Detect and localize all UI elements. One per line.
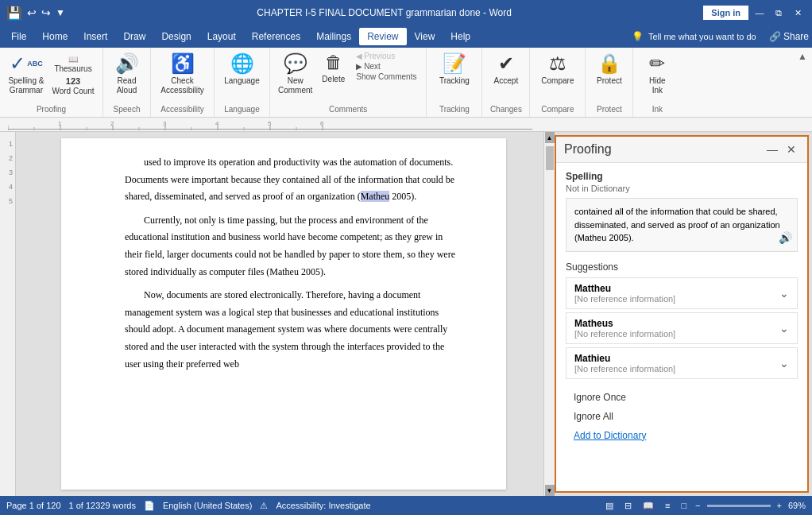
suggestion-1-chevron[interactable]: ⌄ bbox=[779, 322, 789, 335]
suggestion-item-2[interactable]: Mathieu [No reference information] ⌄ bbox=[566, 347, 798, 379]
panel-close-btn[interactable]: ✕ bbox=[783, 141, 799, 157]
menu-design[interactable]: Design bbox=[153, 28, 199, 45]
previous-button[interactable]: ◀ Previous bbox=[351, 51, 421, 61]
language-indicator[interactable]: English (United States) bbox=[163, 501, 253, 510]
menu-help[interactable]: Help bbox=[443, 28, 478, 45]
thesaurus-button[interactable]: 📖 Thesaurus bbox=[48, 54, 97, 74]
suggestion-2-ref: [No reference information] bbox=[574, 364, 675, 374]
menu-insert[interactable]: Insert bbox=[75, 28, 115, 45]
ribbon-group-language: 🌐 Language Language bbox=[215, 48, 270, 117]
add-to-dictionary-button[interactable]: Add to Dictionary bbox=[566, 427, 798, 444]
redo-icon[interactable]: ↪ bbox=[41, 6, 51, 19]
zoom-level[interactable]: 69% bbox=[788, 501, 806, 510]
hide-ink-button[interactable]: ✏ HideInk bbox=[641, 51, 673, 97]
suggestion-item-1[interactable]: Matheus [No reference information] ⌄ bbox=[566, 312, 798, 344]
tell-me-text[interactable]: Tell me what you want to do bbox=[648, 32, 756, 41]
paragraph-3: Now, documents are stored electronically… bbox=[125, 287, 458, 373]
highlighted-text: Matheu bbox=[361, 191, 390, 202]
panel-title: Proofing bbox=[564, 142, 612, 157]
proofing-buttons: ✓ ABC Spelling &Grammar 📖 Thesaurus 123 … bbox=[5, 51, 97, 105]
suggestion-item-0[interactable]: Mattheu [No reference information] ⌄ bbox=[566, 277, 798, 309]
protect-group-label: Protect bbox=[597, 105, 622, 115]
menu-references[interactable]: References bbox=[244, 28, 308, 45]
view-outline-icon[interactable]: ≡ bbox=[663, 500, 672, 511]
prev-next-show-group: ◀ Previous ▶ Next Show Comments bbox=[351, 51, 421, 82]
scroll-track[interactable] bbox=[546, 143, 554, 485]
prev-icon: ◀ bbox=[356, 52, 362, 60]
ignore-all-button[interactable]: Ignore All bbox=[566, 408, 798, 425]
ignore-once-button[interactable]: Ignore Once bbox=[566, 389, 798, 406]
protect-button[interactable]: 🔒 Protect bbox=[594, 51, 625, 87]
ink-group-label: Ink bbox=[652, 105, 663, 115]
read-aloud-button[interactable]: 🔊 ReadAloud bbox=[111, 51, 143, 97]
spelling-grammar-button[interactable]: ✓ ABC Spelling &Grammar bbox=[5, 51, 47, 97]
view-read-icon[interactable]: 📖 bbox=[640, 500, 656, 512]
suggestion-1-ref: [No reference information] bbox=[574, 329, 675, 339]
new-comment-button[interactable]: 💬 NewComment bbox=[275, 51, 315, 97]
ribbon: ✓ ABC Spelling &Grammar 📖 Thesaurus 123 … bbox=[0, 48, 812, 118]
vertical-scrollbar[interactable]: ▲ ▼ bbox=[543, 132, 555, 496]
ruler-svg: 1 2 3 4 5 6 bbox=[8, 119, 532, 130]
suggestion-0-word: Mattheu bbox=[574, 283, 675, 294]
zoom-in-icon[interactable]: + bbox=[777, 501, 782, 510]
word-count-indicator[interactable]: 1 of 12329 words bbox=[69, 501, 136, 510]
undo-icon[interactable]: ↩ bbox=[27, 6, 37, 19]
paragraph-1: used to improve its operation and produc… bbox=[125, 154, 458, 206]
scroll-down-btn[interactable]: ▼ bbox=[545, 485, 555, 496]
menu-view[interactable]: View bbox=[407, 28, 443, 45]
signin-button[interactable]: Sign in bbox=[703, 6, 748, 20]
minimize-icon[interactable]: — bbox=[752, 5, 768, 21]
menu-layout[interactable]: Layout bbox=[199, 28, 244, 45]
accept-label: Accept bbox=[494, 76, 519, 85]
ribbon-collapse-icon[interactable]: ▲ bbox=[798, 51, 807, 62]
save-icon[interactable]: 💾 bbox=[6, 6, 22, 21]
title-bar-left: 💾 ↩ ↪ ▼ bbox=[6, 6, 65, 21]
compare-button[interactable]: ⚖ Compare bbox=[538, 51, 577, 87]
check-accessibility-button[interactable]: ♿ CheckAccessibility bbox=[157, 51, 207, 97]
line-2: 2 bbox=[0, 154, 15, 168]
thesaurus-icon: 📖 bbox=[68, 55, 78, 64]
tracking-button[interactable]: 📝 Tracking bbox=[436, 51, 473, 87]
restore-icon[interactable]: ⧉ bbox=[771, 5, 787, 21]
accessibility-label: CheckAccessibility bbox=[160, 76, 203, 95]
read-aloud-icon: 🔊 bbox=[115, 52, 139, 75]
share-btn[interactable]: 🔗 Share bbox=[769, 31, 809, 42]
accessibility-text[interactable]: Accessibility: Investigate bbox=[276, 501, 370, 510]
view-web-icon[interactable]: ⊟ bbox=[622, 500, 634, 512]
prev-label: Previous bbox=[364, 52, 395, 60]
speaker-icon[interactable]: 🔊 bbox=[779, 230, 792, 246]
svg-text:2: 2 bbox=[110, 120, 114, 127]
scroll-up-btn[interactable]: ▲ bbox=[545, 132, 555, 143]
suggestion-2-chevron[interactable]: ⌄ bbox=[779, 357, 789, 370]
suggestion-0-chevron[interactable]: ⌄ bbox=[779, 287, 789, 300]
menu-review[interactable]: Review bbox=[359, 28, 406, 45]
delete-comment-button[interactable]: 🗑 Delete bbox=[319, 51, 348, 85]
compare-icon: ⚖ bbox=[549, 52, 566, 75]
view-draft-icon[interactable]: □ bbox=[679, 500, 689, 511]
customize-icon[interactable]: ▼ bbox=[56, 7, 65, 18]
panel-minimize-btn[interactable]: — bbox=[764, 141, 780, 157]
show-comments-button[interactable]: Show Comments bbox=[351, 72, 421, 82]
language-icon: 🌐 bbox=[230, 52, 254, 75]
menu-bar-right: 💡 Tell me what you want to do 🔗 Share bbox=[632, 31, 809, 42]
menu-mailings[interactable]: Mailings bbox=[308, 28, 359, 45]
close-icon[interactable]: ✕ bbox=[790, 5, 806, 21]
next-button[interactable]: ▶ Next bbox=[351, 61, 421, 72]
word-count-button[interactable]: 123 Word Count bbox=[48, 76, 97, 96]
accept-button[interactable]: ✔ Accept bbox=[490, 51, 522, 87]
zoom-out-icon[interactable]: − bbox=[695, 501, 700, 510]
menu-home[interactable]: Home bbox=[34, 28, 75, 45]
zoom-slider[interactable] bbox=[707, 505, 771, 507]
scroll-thumb[interactable] bbox=[546, 146, 554, 170]
line-1: 1 bbox=[0, 140, 15, 154]
suggestion-2-content: Mathieu [No reference information] bbox=[574, 353, 675, 374]
accessibility-indicator: ⚠ bbox=[260, 501, 268, 511]
document-scroll[interactable]: used to improve its operation and produc… bbox=[16, 132, 543, 496]
view-normal-icon[interactable]: ▤ bbox=[603, 500, 616, 512]
context-box: contained all of the information that co… bbox=[566, 198, 798, 252]
menu-draw[interactable]: Draw bbox=[115, 28, 153, 45]
page-indicator[interactable]: Page 1 of 120 bbox=[6, 501, 61, 510]
menu-file[interactable]: File bbox=[3, 28, 34, 45]
svg-text:1: 1 bbox=[58, 120, 62, 127]
language-button[interactable]: 🌐 Language bbox=[221, 51, 263, 87]
